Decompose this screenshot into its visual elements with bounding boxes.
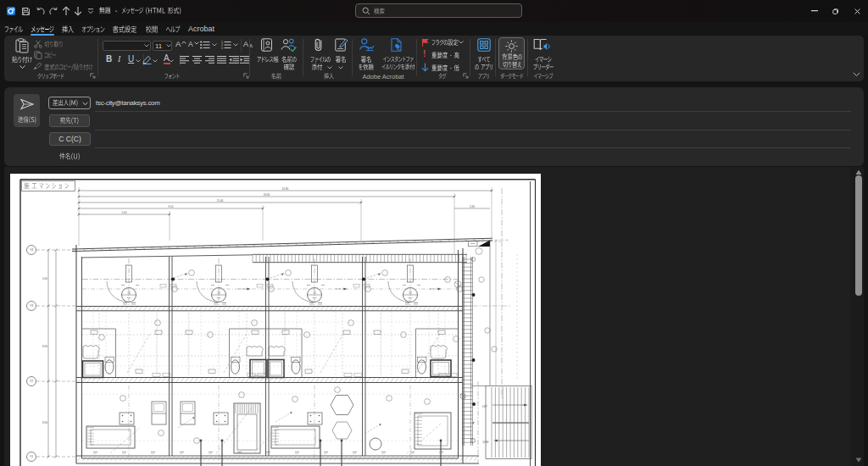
svg-text:Y1: Y1 xyxy=(30,455,33,458)
svg-text:5.40: 5.40 xyxy=(122,211,127,214)
svg-text:31.80: 31.80 xyxy=(282,187,289,191)
svg-text:5.90: 5.90 xyxy=(470,205,475,208)
svg-text:9.10: 9.10 xyxy=(169,205,174,208)
svg-text:Y3: Y3 xyxy=(30,304,33,308)
svg-text:3: 3 xyxy=(221,47,223,49)
svg-text:15.40: 15.40 xyxy=(217,199,224,202)
svg-text:5.60: 5.60 xyxy=(42,277,47,280)
svg-text:8.90: 8.90 xyxy=(42,421,47,424)
svg-text:26.60: 26.60 xyxy=(264,193,270,197)
svg-text:Y4: Y4 xyxy=(30,248,33,252)
svg-text:8.90: 8.90 xyxy=(42,345,47,348)
svg-text:Y2: Y2 xyxy=(30,380,33,383)
svg-text:UP: UP xyxy=(482,404,487,408)
svg-text:DW: DW xyxy=(483,440,489,444)
